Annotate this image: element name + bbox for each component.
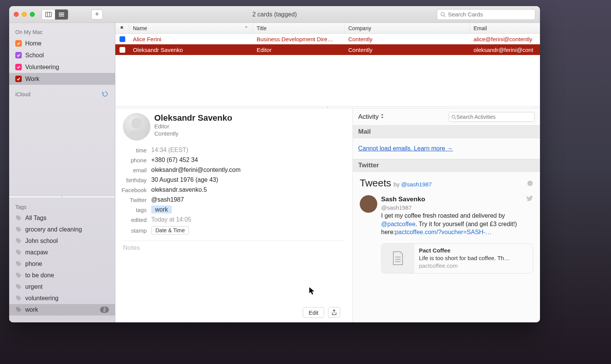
card-company: Contently: [154, 130, 232, 138]
sidebar-item-label: Work: [25, 76, 39, 83]
row-company: Contently: [344, 47, 470, 53]
titlebar: + 2 cards (tagged): [9, 6, 540, 23]
sidebar-item-label: School: [25, 52, 44, 59]
tweet-author-handle: @sash1987: [381, 204, 533, 212]
svg-point-3: [128, 130, 146, 140]
edit-button[interactable]: Edit: [303, 307, 324, 318]
sidebar-item-volunteering[interactable]: Volunteering: [9, 61, 115, 73]
sidebar-group-header-icloud: iCloud: [9, 89, 115, 100]
add-card-button[interactable]: +: [91, 10, 103, 19]
search-activities-field[interactable]: [449, 112, 535, 122]
card-tag-chip[interactable]: work: [151, 205, 172, 214]
card-detail-panel: Oleksandr Savenko Editor Contently time1…: [115, 108, 353, 322]
field-label: edited: [115, 217, 147, 223]
refresh-icon[interactable]: [102, 91, 109, 98]
field-value: oleksandr@ferini@contently.com: [151, 167, 241, 173]
search-cards-input[interactable]: [448, 11, 532, 18]
mouse-cursor-icon: [309, 287, 315, 295]
field-value: oleksandr.savenko.5: [151, 186, 207, 193]
tag-label: urgent: [25, 283, 42, 290]
row-flag[interactable]: [115, 36, 129, 42]
tweet-url-link[interactable]: pactcoffee.com/?voucher=SASH-…: [395, 229, 491, 235]
tag-label: All Tags: [25, 215, 47, 222]
list-header-row: Name⌃ Title Company Email: [115, 23, 540, 34]
window-close-button[interactable]: [14, 12, 19, 17]
stamp-date-time-button[interactable]: Date & Time: [151, 226, 189, 235]
tag-urgent[interactable]: urgent: [9, 281, 115, 293]
traffic-lights: [14, 12, 35, 17]
sidebar-item-work[interactable]: Work: [9, 73, 115, 85]
sidebar-item-school[interactable]: School: [9, 49, 115, 61]
row-title: Business Development Dire…: [253, 36, 344, 42]
search-activities-input[interactable]: [456, 114, 532, 120]
activity-section-mail: Mail: [353, 125, 540, 138]
field-value: Today at 14:05: [151, 216, 191, 223]
search-icon: [440, 12, 446, 17]
list-lines-icon: [58, 12, 65, 17]
table-row[interactable]: Alice Ferini Business Development Dire… …: [115, 34, 540, 44]
tag-icon: [15, 238, 22, 244]
tag-john-school[interactable]: John school: [9, 235, 115, 247]
sidebar-item-home[interactable]: Home: [9, 37, 115, 49]
field-label: stamp: [115, 227, 147, 234]
columns-view-button[interactable]: [42, 10, 55, 19]
tweet-mention-link[interactable]: @pactcoffee: [381, 221, 415, 227]
search-icon: [451, 115, 456, 120]
field-label: tags: [115, 207, 147, 213]
activity-panel: Activity Mail Cannot load email: [353, 108, 540, 322]
column-company[interactable]: Company: [344, 23, 470, 33]
tag-icon: [15, 306, 22, 313]
card-role: Editor: [154, 123, 232, 130]
view-mode-segmented-control[interactable]: [42, 9, 68, 20]
tag-icon: [15, 260, 22, 267]
tweets-byline: by @sash1987: [393, 181, 432, 188]
tag-work[interactable]: work 2: [9, 304, 115, 315]
link-preview-thumb: [381, 244, 414, 273]
notes-placeholder[interactable]: Notes: [115, 244, 345, 252]
checkbox-icon: [15, 40, 22, 47]
tag-macpaw[interactable]: macpaw: [9, 247, 115, 258]
link-preview-site: pactcoffee.com: [419, 262, 510, 270]
tweet-item[interactable]: Sash Savenko @sash1987 I get my coffee f…: [360, 195, 533, 273]
activity-selector[interactable]: Activity: [358, 113, 384, 121]
tag-phone[interactable]: phone: [9, 258, 115, 270]
tweets-handle-link[interactable]: @sash1987: [401, 181, 432, 188]
tag-grocery[interactable]: grocery and cleaning: [9, 224, 115, 235]
column-title[interactable]: Title: [253, 23, 344, 33]
list-view-button[interactable]: [55, 10, 68, 19]
window-minimize-button[interactable]: [22, 12, 27, 17]
svg-rect-0: [45, 12, 52, 17]
window-zoom-button[interactable]: [30, 12, 35, 17]
flag-marker-icon: [120, 36, 125, 42]
column-email[interactable]: Email: [470, 23, 540, 33]
tag-to-be-done[interactable]: to be done: [9, 270, 115, 281]
row-name: Alice Ferini: [129, 36, 253, 42]
share-button[interactable]: [328, 307, 340, 318]
search-cards-field[interactable]: [437, 9, 535, 20]
sidebar-group-header: On My Mac: [9, 27, 115, 37]
table-row[interactable]: Oleksandr Savenko Editor Contently oleks…: [115, 44, 540, 55]
tag-icon: [15, 215, 22, 222]
info-icon[interactable]: i: [527, 180, 533, 188]
row-email: alice@ferini@contently: [470, 36, 540, 42]
share-icon: [331, 309, 337, 315]
mail-error-link[interactable]: Cannot load emails. Learn more →: [353, 138, 540, 159]
row-flag[interactable]: [115, 47, 129, 53]
sidebar-item-label: Home: [25, 40, 42, 47]
field-value: +380 (67) 452 34: [151, 157, 198, 163]
link-preview-card[interactable]: Pact Coffee Life is too short for bad co…: [381, 243, 533, 273]
sidebar-tags-header: Tags: [9, 202, 115, 212]
tag-label: phone: [25, 260, 42, 267]
tag-icon: [15, 295, 22, 302]
field-value: 14:34 (EEST): [151, 147, 188, 154]
column-flag[interactable]: [115, 23, 129, 33]
tag-label: work: [25, 306, 38, 313]
field-value: 30 August 1976 (age 43): [151, 176, 218, 183]
tag-all-tags[interactable]: All Tags: [9, 212, 115, 224]
column-name[interactable]: Name⌃: [129, 23, 253, 33]
activity-section-twitter: Twitter: [353, 159, 540, 172]
tweets-heading: Tweets: [360, 177, 391, 189]
field-label: birthday: [115, 177, 147, 183]
tag-volunteering[interactable]: volunteering: [9, 293, 115, 304]
tag-label: macpaw: [25, 249, 48, 256]
